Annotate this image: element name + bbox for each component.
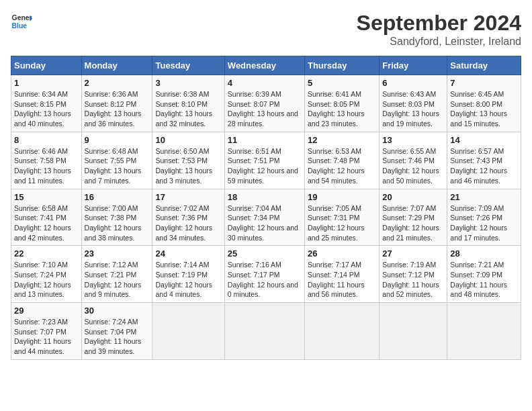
- svg-text:Blue: Blue: [12, 22, 28, 30]
- day-number: 28: [450, 248, 518, 259]
- day-info: Sunrise: 7:19 AMSunset: 7:12 PMDaylight:…: [382, 260, 444, 300]
- day-info: Sunrise: 7:09 AMSunset: 7:26 PMDaylight:…: [450, 203, 518, 243]
- calendar-cell: 9 Sunrise: 6:48 AMSunset: 7:55 PMDayligh…: [81, 132, 152, 189]
- calendar-cell: 11 Sunrise: 6:51 AMSunset: 7:51 PMDaylig…: [224, 132, 304, 189]
- day-number: 12: [308, 135, 376, 145]
- week-row-5: 29 Sunrise: 7:23 AMSunset: 7:07 PMDaylig…: [11, 303, 521, 360]
- calendar-cell: 21 Sunrise: 7:09 AMSunset: 7:26 PMDaylig…: [447, 189, 521, 246]
- calendar-cell: [304, 303, 379, 360]
- calendar-cell: 16 Sunrise: 7:00 AMSunset: 7:38 PMDaylig…: [81, 189, 152, 246]
- day-number: 3: [155, 78, 221, 88]
- day-info: Sunrise: 6:43 AMSunset: 8:03 PMDaylight:…: [382, 89, 444, 129]
- day-info: Sunrise: 6:55 AMSunset: 7:46 PMDaylight:…: [382, 146, 444, 186]
- day-info: Sunrise: 6:51 AMSunset: 7:51 PMDaylight:…: [228, 146, 302, 186]
- col-header-monday: Monday: [81, 56, 152, 75]
- col-header-tuesday: Tuesday: [152, 56, 224, 75]
- day-info: Sunrise: 6:38 AMSunset: 8:10 PMDaylight:…: [155, 89, 221, 129]
- day-number: 14: [450, 135, 518, 145]
- calendar-cell: 28 Sunrise: 7:21 AMSunset: 7:09 PMDaylig…: [447, 246, 521, 303]
- day-number: 15: [14, 192, 79, 202]
- calendar-cell: [447, 303, 521, 360]
- calendar-cell: 27 Sunrise: 7:19 AMSunset: 7:12 PMDaylig…: [380, 246, 447, 303]
- day-number: 23: [85, 248, 150, 259]
- location: Sandyford, Leinster, Ireland: [357, 36, 521, 48]
- week-row-3: 15 Sunrise: 6:58 AMSunset: 7:41 PMDaylig…: [11, 189, 521, 246]
- day-number: 25: [228, 248, 302, 259]
- week-row-4: 22 Sunrise: 7:10 AMSunset: 7:24 PMDaylig…: [11, 246, 521, 303]
- header-row: SundayMondayTuesdayWednesdayThursdayFrid…: [11, 56, 521, 75]
- calendar-cell: 20 Sunrise: 7:07 AMSunset: 7:29 PMDaylig…: [380, 189, 447, 246]
- day-info: Sunrise: 7:23 AMSunset: 7:07 PMDaylight:…: [14, 317, 79, 357]
- calendar-cell: 10 Sunrise: 6:50 AMSunset: 7:53 PMDaylig…: [152, 132, 224, 189]
- calendar-cell: 30 Sunrise: 7:24 AMSunset: 7:04 PMDaylig…: [81, 303, 152, 360]
- day-number: 20: [382, 192, 444, 202]
- calendar-cell: 14 Sunrise: 6:57 AMSunset: 7:43 PMDaylig…: [447, 132, 521, 189]
- day-number: 6: [382, 78, 444, 88]
- week-row-1: 1 Sunrise: 6:34 AMSunset: 8:15 PMDayligh…: [11, 75, 521, 132]
- day-info: Sunrise: 6:34 AMSunset: 8:15 PMDaylight:…: [14, 89, 79, 129]
- day-number: 21: [450, 192, 518, 202]
- day-info: Sunrise: 6:53 AMSunset: 7:48 PMDaylight:…: [308, 146, 376, 186]
- calendar-cell: 22 Sunrise: 7:10 AMSunset: 7:24 PMDaylig…: [11, 246, 82, 303]
- logo: General Blue: [11, 11, 32, 32]
- col-header-wednesday: Wednesday: [224, 56, 304, 75]
- calendar-cell: 6 Sunrise: 6:43 AMSunset: 8:03 PMDayligh…: [380, 75, 447, 132]
- day-info: Sunrise: 6:50 AMSunset: 7:53 PMDaylight:…: [155, 146, 221, 186]
- day-number: 26: [308, 248, 376, 259]
- day-info: Sunrise: 7:14 AMSunset: 7:19 PMDaylight:…: [155, 260, 221, 300]
- day-number: 8: [14, 135, 79, 145]
- calendar-cell: 17 Sunrise: 7:02 AMSunset: 7:36 PMDaylig…: [152, 189, 224, 246]
- day-info: Sunrise: 6:57 AMSunset: 7:43 PMDaylight:…: [450, 146, 518, 186]
- day-info: Sunrise: 6:45 AMSunset: 8:00 PMDaylight:…: [450, 89, 518, 129]
- day-info: Sunrise: 7:05 AMSunset: 7:31 PMDaylight:…: [308, 203, 376, 243]
- calendar-cell: 23 Sunrise: 7:12 AMSunset: 7:21 PMDaylig…: [81, 246, 152, 303]
- day-number: 22: [14, 248, 79, 259]
- day-number: 1: [14, 78, 79, 88]
- calendar-cell: 8 Sunrise: 6:46 AMSunset: 7:58 PMDayligh…: [11, 132, 82, 189]
- day-number: 13: [382, 135, 444, 145]
- col-header-thursday: Thursday: [304, 56, 379, 75]
- day-number: 16: [85, 192, 150, 202]
- day-info: Sunrise: 7:16 AMSunset: 7:17 PMDaylight:…: [228, 260, 302, 300]
- day-number: 24: [155, 248, 221, 259]
- calendar-cell: 15 Sunrise: 6:58 AMSunset: 7:41 PMDaylig…: [11, 189, 82, 246]
- calendar-cell: [380, 303, 447, 360]
- calendar-cell: 29 Sunrise: 7:23 AMSunset: 7:07 PMDaylig…: [11, 303, 82, 360]
- page-header: General Blue September 2024 Sandyford, L…: [11, 11, 521, 48]
- day-info: Sunrise: 7:17 AMSunset: 7:14 PMDaylight:…: [308, 260, 376, 300]
- day-info: Sunrise: 6:36 AMSunset: 8:12 PMDaylight:…: [85, 89, 150, 129]
- calendar-cell: [152, 303, 224, 360]
- day-number: 17: [155, 192, 221, 202]
- day-number: 10: [155, 135, 221, 145]
- day-number: 29: [14, 306, 79, 316]
- day-number: 2: [85, 78, 150, 88]
- day-number: 9: [85, 135, 150, 145]
- day-info: Sunrise: 7:02 AMSunset: 7:36 PMDaylight:…: [155, 203, 221, 243]
- day-info: Sunrise: 7:24 AMSunset: 7:04 PMDaylight:…: [85, 317, 150, 357]
- day-number: 19: [308, 192, 376, 202]
- day-info: Sunrise: 6:48 AMSunset: 7:55 PMDaylight:…: [85, 146, 150, 186]
- col-header-sunday: Sunday: [11, 56, 82, 75]
- calendar-cell: 25 Sunrise: 7:16 AMSunset: 7:17 PMDaylig…: [224, 246, 304, 303]
- logo-icon: General Blue: [11, 11, 32, 32]
- calendar-cell: 4 Sunrise: 6:39 AMSunset: 8:07 PMDayligh…: [224, 75, 304, 132]
- day-info: Sunrise: 6:39 AMSunset: 8:07 PMDaylight:…: [228, 89, 302, 129]
- day-number: 18: [228, 192, 302, 202]
- calendar-cell: 7 Sunrise: 6:45 AMSunset: 8:00 PMDayligh…: [447, 75, 521, 132]
- calendar-cell: 1 Sunrise: 6:34 AMSunset: 8:15 PMDayligh…: [11, 75, 82, 132]
- calendar-cell: 2 Sunrise: 6:36 AMSunset: 8:12 PMDayligh…: [81, 75, 152, 132]
- day-number: 7: [450, 78, 518, 88]
- calendar-cell: 12 Sunrise: 6:53 AMSunset: 7:48 PMDaylig…: [304, 132, 379, 189]
- svg-text:General: General: [12, 14, 32, 21]
- calendar-cell: 5 Sunrise: 6:41 AMSunset: 8:05 PMDayligh…: [304, 75, 379, 132]
- day-number: 11: [228, 135, 302, 145]
- calendar-cell: 19 Sunrise: 7:05 AMSunset: 7:31 PMDaylig…: [304, 189, 379, 246]
- calendar-cell: 13 Sunrise: 6:55 AMSunset: 7:46 PMDaylig…: [380, 132, 447, 189]
- day-number: 5: [308, 78, 376, 88]
- col-header-friday: Friday: [380, 56, 447, 75]
- day-info: Sunrise: 7:04 AMSunset: 7:34 PMDaylight:…: [228, 203, 302, 243]
- day-info: Sunrise: 7:00 AMSunset: 7:38 PMDaylight:…: [85, 203, 150, 243]
- week-row-2: 8 Sunrise: 6:46 AMSunset: 7:58 PMDayligh…: [11, 132, 521, 189]
- day-number: 4: [228, 78, 302, 88]
- day-info: Sunrise: 7:21 AMSunset: 7:09 PMDaylight:…: [450, 260, 518, 300]
